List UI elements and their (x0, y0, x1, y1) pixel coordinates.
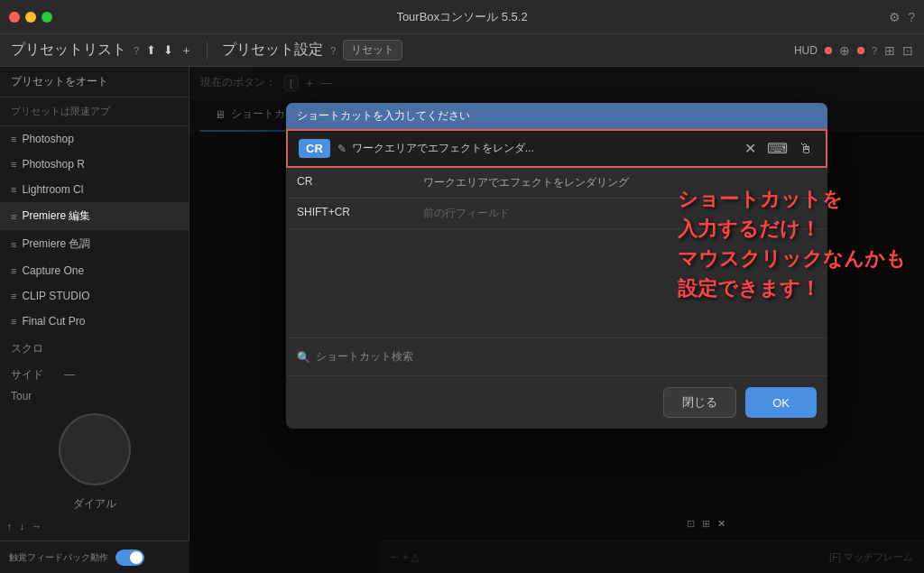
haptic-toggle[interactable] (116, 550, 144, 566)
arrow-right: ↓ (20, 521, 25, 531)
help-icon: ? (134, 45, 139, 56)
haptic-label: 触覚フィードバック動作 (9, 551, 108, 564)
sidebar-item-label: Premiere 色調 (22, 236, 90, 252)
sidebar-subheader: プリセットは限速アプ (0, 97, 189, 126)
ok-button[interactable]: OK (745, 387, 817, 418)
sidebar-item-final-cut[interactable]: ≡ Final Cut Pro (0, 309, 189, 334)
input-description: ワークエリアでエフェクトをレンダ... (352, 141, 534, 156)
sidebar-item-label: Capture One (22, 264, 84, 277)
sidebar-item-lightroom[interactable]: ≡ Lightroom Cl (0, 177, 189, 202)
settings-icon[interactable]: ⚙ (889, 10, 901, 24)
list-icon: ≡ (11, 134, 16, 144)
hud-red-dot (825, 47, 832, 54)
sidebar-item-label: CLIP STUDIO (22, 290, 89, 302)
preset-settings-label: プリセット設定 (222, 41, 323, 60)
search-icon: 🔍 (297, 351, 310, 364)
sidebar-item-label: Photoshop (22, 133, 73, 145)
preset-list-label: プリセットリスト (11, 41, 126, 60)
input-key-badge: CR (299, 139, 330, 158)
list-icon: ≡ (11, 211, 16, 222)
hud-red-dot2 (857, 47, 864, 54)
dialog-footer: ⊡ ⊞ ✕ 閉じる OK (286, 375, 827, 429)
list-icon: ≡ (11, 239, 16, 250)
dialog-input-row[interactable]: CR ✎ ワークエリアでエフェクトをレンダ... ✕ ⌨ 🖱 (286, 129, 827, 168)
shortcut-table: CR ワークエリアでエフェクトをレンダリング SHIFT+CR 前の行フィールド (286, 168, 827, 337)
shortcut-dialog: ショートカットを入力してください CR ✎ ワークエリアでエフェクトをレンダ..… (286, 103, 827, 429)
scroll-label: スクロ (0, 334, 189, 364)
shortcut-row-2[interactable]: SHIFT+CR 前の行フィールド (286, 199, 827, 229)
sidebar-item-photoshop-r[interactable]: ≡ Photoshop R (0, 152, 189, 177)
arrow-left: ↑ (7, 521, 13, 531)
export-icon[interactable]: ⬆ (146, 43, 156, 57)
add-icon[interactable]: ＋ (180, 42, 192, 59)
close-button[interactable] (9, 12, 20, 23)
hud-icon2[interactable]: ⊞ (884, 43, 895, 58)
main-panel: 現在のボタン： [ + — 🖥 ショートカット/マウス Fn Built-in … (189, 67, 924, 573)
hud-icon1[interactable]: ⊕ (839, 43, 850, 58)
titlebar: TourBoxコンソール 5.5.2 ⚙ ? (0, 0, 924, 34)
dial-knob[interactable] (59, 413, 131, 485)
titlebar-icons: ⚙ ? (889, 10, 915, 24)
dialog-overlay: ショートカットを入力してください CR ✎ ワークエリアでエフェクトをレンダ..… (189, 67, 924, 573)
minimize-button[interactable] (25, 12, 36, 23)
list-icon: ≡ (11, 159, 16, 170)
bottom-controls: ↑ ↓ → (0, 515, 189, 537)
preset-list-section: プリセットリスト ? ⬆ ⬇ ＋ (11, 41, 192, 60)
tour-label: Tour (0, 386, 189, 406)
hud-label: HUD (794, 44, 818, 57)
import-icon[interactable]: ⬇ (163, 43, 173, 57)
clear-button[interactable]: ✕ (743, 138, 758, 159)
sidebar-item-premiere-color[interactable]: ≡ Premiere 色調 (0, 230, 189, 258)
mouse-icon-button[interactable]: 🖱 (797, 139, 815, 159)
window-controls[interactable] (9, 12, 52, 23)
list-icon: ≡ (11, 316, 16, 327)
dialog-hint: ショートカットを入力してください (286, 103, 827, 129)
cancel-button[interactable]: 閉じる (663, 387, 736, 418)
list-icon: ≡ (11, 184, 16, 195)
shortcut-row-1[interactable]: CR ワークエリアでエフェクトをレンダリング (286, 168, 827, 199)
arrow-down: → (32, 521, 42, 531)
shortcut-key-1: CR (297, 175, 423, 190)
dialog-input-actions: ✕ ⌨ 🖱 (743, 138, 815, 159)
shortcut-key-2: SHIFT+CR (297, 206, 423, 221)
sidebar-item-photoshop[interactable]: ≡ Photoshop (0, 126, 189, 152)
search-bar[interactable]: 🔍 ショートカット検索 (286, 337, 827, 375)
sidebar-item-premiere-edit[interactable]: ≡ Premiere 編集 (0, 202, 189, 230)
sidebar-item-label: Final Cut Pro (22, 315, 85, 328)
shortcut-desc-1: ワークエリアでエフェクトをレンダリング (423, 175, 629, 190)
search-placeholder: ショートカット検索 (316, 349, 413, 365)
list-icon: ≡ (11, 265, 16, 276)
info-icon[interactable]: ? (908, 10, 915, 24)
dialog-input-text: ✎ ワークエリアでエフェクトをレンダ... (337, 141, 735, 156)
haptic-row: 触覚フィードバック動作 (0, 541, 189, 573)
sidebar-header: プリセットをオート (0, 67, 189, 97)
sidebar-header-text: プリセットをオート (11, 74, 108, 89)
maximize-button[interactable] (42, 12, 52, 23)
list-icon: ≡ (11, 291, 16, 301)
dial-label: ダイアル (0, 493, 189, 515)
empty-space (286, 229, 827, 337)
toolbar-divider (207, 42, 208, 60)
sidebar: プリセットをオート プリセットは限速アプ ≡ Photoshop ≡ Photo… (0, 67, 189, 573)
sidebar-item-label: Lightroom Cl (22, 183, 83, 196)
side-label: サイド — (0, 364, 189, 386)
reset-button[interactable]: リセット (343, 40, 402, 60)
sidebar-item-clip-studio[interactable]: ≡ CLIP STUDIO (0, 283, 189, 309)
keyboard-icon-button[interactable]: ⌨ (765, 138, 790, 159)
hud-section: HUD ⊕ ? ⊞ ⊡ (794, 43, 913, 58)
sidebar-item-label: Photoshop R (22, 158, 84, 171)
hud-help: ? (872, 45, 877, 56)
preset-settings-help: ? (330, 45, 336, 56)
main-toolbar: プリセットリスト ? ⬆ ⬇ ＋ プリセット設定 ? リセット HUD ⊕ ? … (0, 34, 924, 67)
preset-settings-section: プリセット設定 ? リセット (222, 40, 402, 60)
sidebar-item-capture-one[interactable]: ≡ Capture One (0, 258, 189, 283)
content-area: プリセットをオート プリセットは限速アプ ≡ Photoshop ≡ Photo… (0, 67, 924, 573)
sidebar-item-label: Premiere 編集 (22, 208, 90, 224)
app-title: TourBoxコンソール 5.5.2 (396, 9, 527, 25)
edit-icon: ✎ (337, 143, 346, 155)
shortcut-desc-2: 前の行フィールド (423, 206, 510, 221)
hud-icon3[interactable]: ⊡ (902, 43, 913, 58)
